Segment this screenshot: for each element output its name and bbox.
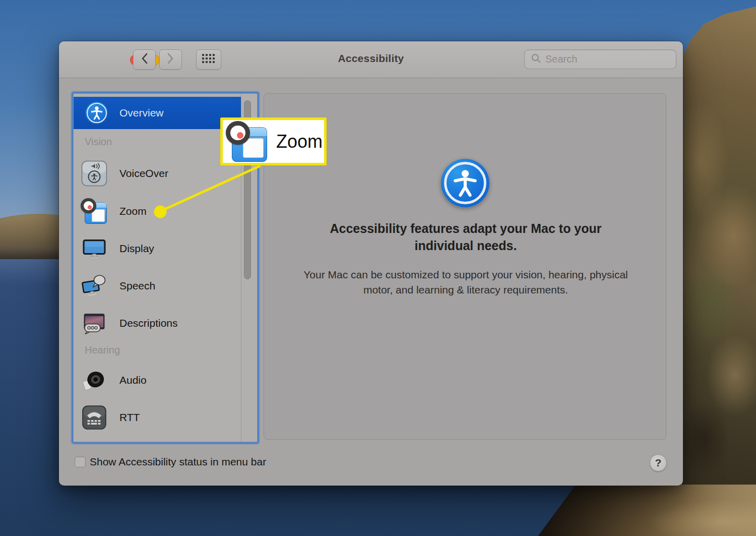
sidebar-item-rtt[interactable]: RTT <box>74 403 241 432</box>
sidebar-item-display[interactable]: Display <box>74 234 241 263</box>
accessibility-person-icon <box>85 101 108 125</box>
speech-monitor-bubble-icon <box>81 273 107 299</box>
callout-zoom: Zoom <box>220 117 327 165</box>
overview-description: Your Mac can be customized to support yo… <box>288 267 643 297</box>
sidebar-item-zoom[interactable]: Zoom <box>74 197 241 226</box>
sidebar-item-label: RTT <box>119 411 140 424</box>
zoom-magnifier-window-icon <box>81 198 107 224</box>
sidebar-item-voiceover[interactable]: VoiceOver <box>74 159 241 188</box>
zoom-magnifier-window-icon <box>226 121 268 162</box>
voiceover-icon <box>81 160 107 187</box>
sidebar-item-label: Speech <box>119 280 155 292</box>
descriptions-monitor-bubble-icon <box>81 310 107 336</box>
sidebar-section-hearing: Hearing <box>85 344 120 356</box>
sidebar-item-label: Descriptions <box>119 317 178 329</box>
sidebar-item-speech[interactable]: Speech <box>74 271 241 301</box>
sidebar-item-overview[interactable]: Overview <box>74 97 241 129</box>
callout-label: Zoom <box>276 131 323 152</box>
titlebar: Accessibility <box>59 41 683 78</box>
help-button[interactable]: ? <box>650 454 667 471</box>
sidebar-item-descriptions[interactable]: Descriptions <box>74 309 241 338</box>
desktop-background: Accessibility Overview Vision <box>0 0 756 536</box>
checkbox-label[interactable]: Show Accessibility status in menu bar <box>90 456 266 468</box>
sidebar-item-label: Zoom <box>119 205 147 217</box>
search-icon <box>531 53 541 66</box>
system-preferences-window: Accessibility Overview Vision <box>59 41 683 486</box>
display-monitor-icon <box>81 235 107 262</box>
sidebar-item-audio[interactable]: Audio <box>74 366 241 395</box>
sidebar-item-label: Display <box>119 243 154 255</box>
search-input[interactable] <box>545 50 679 69</box>
sidebar-item-label: VoiceOver <box>119 167 168 180</box>
search-field[interactable] <box>524 49 676 69</box>
show-accessibility-status-checkbox[interactable] <box>75 456 86 467</box>
sidebar-item-label: Overview <box>119 107 164 119</box>
accessibility-person-icon <box>441 159 489 207</box>
speaker-icon <box>81 367 107 393</box>
rtt-phone-icon <box>81 404 107 431</box>
wallpaper-cliff <box>681 0 756 536</box>
sidebar-section-vision: Vision <box>85 136 112 148</box>
sidebar-item-label: Audio <box>119 374 147 386</box>
overview-heading: Accessibility features adapt your Mac to… <box>304 220 627 254</box>
